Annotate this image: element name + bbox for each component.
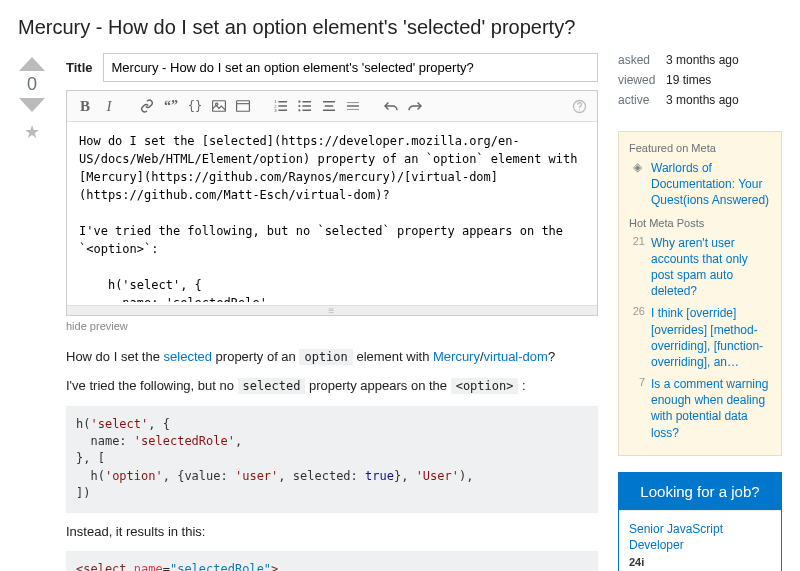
meta-box: Featured on Meta ◈ Warlords of Documenta… xyxy=(618,131,782,456)
active-value: 3 months ago xyxy=(666,93,782,107)
body-textarea[interactable]: How do I set the [selected](https://deve… xyxy=(67,122,597,302)
hot-meta-link[interactable]: Is a comment warning enough when dealing… xyxy=(651,376,771,441)
preview-text: property of an xyxy=(212,349,299,364)
hide-preview-link[interactable]: hide preview xyxy=(66,320,598,332)
hot-meta-link[interactable]: Why aren't user accounts that only post … xyxy=(651,235,771,300)
favorite-button[interactable]: ★ xyxy=(24,121,40,143)
svg-point-8 xyxy=(298,109,300,111)
active-label: active xyxy=(618,93,666,107)
job-link[interactable]: Senior JavaScript Developer xyxy=(629,521,771,553)
viewed-value: 19 times xyxy=(666,73,782,87)
featured-header: Featured on Meta xyxy=(629,142,771,154)
editor-toolbar: B I “” {} 123 xyxy=(67,91,597,122)
italic-button[interactable]: I xyxy=(99,95,119,117)
inline-code: <option> xyxy=(451,378,519,394)
page-title: Mercury - How do I set an option element… xyxy=(18,16,782,39)
inline-code: selected xyxy=(238,378,306,394)
vote-count: 21 xyxy=(629,235,645,300)
selected-link[interactable]: selected xyxy=(164,349,212,364)
preview-text: I've tried the following, but no xyxy=(66,378,238,393)
olist-button[interactable]: 123 xyxy=(271,95,291,117)
featured-link[interactable]: Warlords of Documentation: Your Quest(io… xyxy=(651,160,771,209)
svg-rect-2 xyxy=(237,101,250,112)
code-button[interactable]: {} xyxy=(185,95,205,117)
help-button[interactable] xyxy=(569,95,589,117)
mercury-link[interactable]: Mercury xyxy=(433,349,480,364)
resize-grip[interactable]: ≡ xyxy=(67,305,597,315)
preview-text: How do I set the xyxy=(66,349,164,364)
inline-code: option xyxy=(299,349,352,365)
meta-icon: ◈ xyxy=(629,160,645,209)
title-input[interactable] xyxy=(103,53,599,82)
code-block: <select name="selectedRole"> <option val… xyxy=(66,551,598,571)
svg-point-6 xyxy=(298,101,300,103)
bold-button[interactable]: B xyxy=(75,95,95,117)
heading-button[interactable] xyxy=(319,95,339,117)
svg-rect-0 xyxy=(213,101,226,112)
upvote-button[interactable] xyxy=(19,57,45,71)
jobs-box: Looking for a job? Senior JavaScript Dev… xyxy=(618,472,782,571)
preview-text: Instead, it results in this: xyxy=(66,523,598,542)
vote-score: 0 xyxy=(27,74,37,95)
preview-text: : xyxy=(518,378,525,393)
quote-button[interactable]: “” xyxy=(161,95,181,117)
jobs-header: Looking for a job? xyxy=(619,473,781,510)
preview-text: element with xyxy=(353,349,433,364)
hot-meta-link[interactable]: I think [override] [overrides] [method-o… xyxy=(651,305,771,370)
hr-button[interactable] xyxy=(343,95,363,117)
image-button[interactable] xyxy=(209,95,229,117)
virtual-dom-link[interactable]: virtual-dom xyxy=(484,349,548,364)
job-company: 24i xyxy=(629,556,771,568)
asked-value: 3 months ago xyxy=(666,53,782,67)
downvote-button[interactable] xyxy=(19,98,45,112)
hot-header: Hot Meta Posts xyxy=(629,217,771,229)
ulist-button[interactable] xyxy=(295,95,315,117)
preview-pane: How do I set the selected property of an… xyxy=(66,348,598,571)
title-label: Title xyxy=(66,60,93,75)
link-button[interactable] xyxy=(137,95,157,117)
snippet-button[interactable] xyxy=(233,95,253,117)
svg-point-7 xyxy=(298,105,300,107)
preview-text: property appears on the xyxy=(305,378,450,393)
vote-count: 26 xyxy=(629,305,645,370)
svg-text:3: 3 xyxy=(274,108,277,112)
redo-button[interactable] xyxy=(405,95,425,117)
preview-text: ? xyxy=(548,349,555,364)
code-block: h('select', { name: 'selectedRole', }, [… xyxy=(66,406,598,513)
svg-point-10 xyxy=(578,109,579,110)
viewed-label: viewed xyxy=(618,73,666,87)
undo-button[interactable] xyxy=(381,95,401,117)
editor: B I “” {} 123 xyxy=(66,90,598,316)
asked-label: asked xyxy=(618,53,666,67)
vote-count: 7 xyxy=(629,376,645,441)
